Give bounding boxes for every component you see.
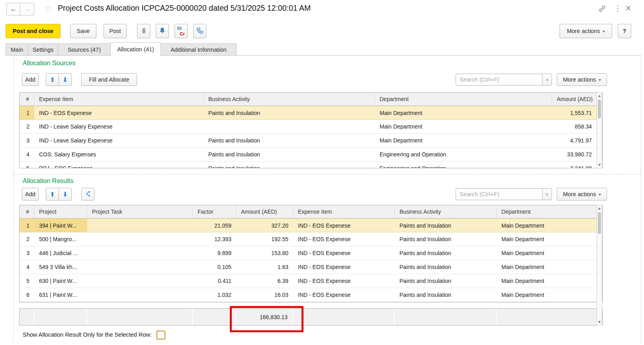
cell-project[interactable]: 631 | Paint W... [34, 288, 87, 302]
tab-settings[interactable]: Settings [28, 43, 58, 56]
cell-num[interactable]: 2 [20, 232, 34, 246]
table-row[interactable]: 2 500 | Mangro... 12.393 192.55 IND - EO… [20, 232, 602, 246]
back-button[interactable]: ← [6, 3, 21, 16]
tab-allocation[interactable]: Allocation (41) [110, 42, 161, 56]
cell-business-activity[interactable]: Paints and Insulation [395, 288, 497, 302]
cell-num[interactable]: 5 [20, 274, 34, 288]
cell-amount[interactable]: 16.03 [236, 288, 293, 302]
scrollbar-thumb[interactable] [598, 99, 601, 119]
column-header-amount[interactable]: Amount (AED) [236, 205, 293, 218]
cell-business-activity[interactable]: Paints and Insulation [395, 219, 497, 232]
cell-department[interactable]: Main Department [497, 232, 597, 246]
cell-department[interactable]: Main Department [375, 134, 552, 147]
cell-amount[interactable]: 1,553.71 [552, 106, 597, 119]
section-splitter[interactable] [13, 174, 641, 174]
results-add-button[interactable]: Add [22, 188, 39, 201]
more-menu-icon[interactable]: ⋮ [614, 4, 622, 13]
cell-project[interactable]: 630 | Paint W... [34, 274, 87, 288]
cell-num[interactable]: 6 [20, 288, 34, 302]
help-button[interactable]: ? [618, 24, 631, 38]
table-row[interactable]: 1 IND - EOS Expenese Paints and Insulati… [20, 106, 602, 120]
cell-department[interactable]: Main Department [497, 246, 597, 260]
cell-expense-item[interactable]: COS: Salary Expenses [34, 148, 204, 161]
cell-project-task[interactable] [87, 246, 193, 260]
cell-business-activity[interactable]: Paints and Insulation [204, 134, 375, 147]
table-row[interactable]: 3 446 | Judicial ... 9.899 153.80 IND - … [20, 246, 602, 260]
column-header-num[interactable]: # [20, 93, 34, 105]
scroll-down-icon[interactable]: ▼ [597, 162, 602, 168]
sources-move-up-button[interactable]: ⬆ [46, 73, 59, 86]
tab-main[interactable]: Main [6, 43, 28, 56]
cell-expense-item[interactable]: IND - EOS Expenese [293, 288, 395, 302]
cell-num[interactable]: 1 [20, 219, 34, 232]
save-button[interactable]: Save [70, 24, 96, 38]
allocate-button[interactable] [81, 188, 94, 201]
column-header-project[interactable]: Project [34, 205, 87, 218]
cell-department[interactable]: Main Department [497, 274, 597, 288]
cell-expense-item[interactable]: IND - EOS Expenese [293, 232, 395, 246]
column-header-business-activity[interactable]: Business Activity [395, 205, 497, 218]
cell-business-activity[interactable]: Paints and Insulation [395, 274, 497, 288]
scroll-down-icon[interactable]: ▼ [597, 320, 602, 325]
cell-expense-item[interactable]: PRJ - EOS Expenese [34, 162, 204, 168]
column-header-expense-item[interactable]: Expense Item [293, 205, 395, 218]
table-row[interactable]: 4 549 3 Villa kh... 0.105 1.63 IND - EOS… [20, 260, 602, 274]
cell-expense-item[interactable]: IND - Leave Salary Expenese [34, 120, 204, 133]
cell-department[interactable]: Main Department [497, 219, 597, 232]
table-row[interactable]: 1 394 | Paint W... 21.059 327.20 IND - E… [20, 218, 602, 232]
sources-move-down-button[interactable]: ⬇ [59, 73, 72, 86]
cell-factor[interactable]: 1.032 [193, 288, 236, 302]
cell-department[interactable]: Main Department [375, 120, 552, 133]
cell-department[interactable]: Main Department [497, 288, 597, 302]
cell-business-activity[interactable]: Paints and Insulation [204, 162, 375, 168]
scroll-up-icon[interactable]: ▲ [597, 93, 602, 98]
cell-department[interactable]: Engineering and Operation [375, 162, 552, 168]
scroll-up-icon[interactable]: ▲ [597, 206, 602, 211]
notifications-button[interactable] [156, 24, 169, 38]
cell-business-activity[interactable]: Paints and Insulation [204, 106, 375, 119]
forward-button[interactable]: → [20, 3, 34, 16]
cell-expense-item[interactable]: IND - Leave Salary Expenese [34, 134, 204, 147]
post-button[interactable]: Post [104, 24, 127, 38]
cell-amount[interactable]: 1.63 [236, 260, 293, 274]
cell-amount[interactable]: 858.34 [552, 120, 597, 133]
cell-factor[interactable]: 0.105 [193, 260, 236, 274]
sources-more-actions-button[interactable]: More actions ▾ [557, 73, 607, 86]
cell-project-task[interactable] [87, 288, 193, 302]
results-search-clear-button[interactable]: × [542, 188, 552, 200]
copy-link-icon[interactable] [597, 4, 607, 15]
fill-and-allocate-button[interactable]: Fill and Allocate [81, 73, 137, 86]
posting-structure-button[interactable] [193, 24, 206, 38]
cell-business-activity[interactable]: Paints and Insulation [395, 246, 497, 260]
cell-project-task[interactable] [87, 232, 193, 246]
column-header-project-task[interactable]: Project Task [87, 205, 193, 218]
results-move-down-button[interactable]: ⬇ [59, 188, 72, 201]
cell-project[interactable]: 446 | Judicial ... [34, 246, 87, 260]
column-header-amount[interactable]: Amount (AED) [552, 93, 597, 105]
cell-amount[interactable]: 33,980.72 [552, 148, 597, 161]
cell-amount[interactable]: 153.80 [236, 246, 293, 260]
table-row[interactable]: 5 PRJ - EOS Expenese Paints and Insulati… [20, 162, 602, 168]
cell-amount[interactable]: 327.20 [236, 219, 293, 232]
sources-search-clear-button[interactable]: × [542, 74, 552, 86]
scrollbar-thumb[interactable] [598, 212, 601, 234]
sources-add-button[interactable]: Add [22, 73, 39, 86]
column-header-expense-item[interactable]: Expense Item [34, 93, 204, 105]
cell-business-activity[interactable]: Paints and Insulation [204, 148, 375, 161]
cell-project[interactable]: 500 | Mangro... [34, 232, 87, 246]
toolbar-more-actions-button[interactable]: More actions ▾ [560, 24, 612, 38]
sources-search-input[interactable] [456, 74, 542, 86]
cell-business-activity[interactable]: Paints and Insulation [395, 232, 497, 246]
results-move-up-button[interactable]: ⬆ [46, 188, 59, 201]
table-row[interactable]: 3 IND - Leave Salary Expenese Paints and… [20, 134, 602, 148]
cell-expense-item[interactable]: IND - EOS Expenese [293, 260, 395, 274]
cell-business-activity[interactable] [204, 120, 375, 133]
cell-factor[interactable]: 12.393 [193, 232, 236, 246]
cell-department[interactable]: Main Department [375, 106, 552, 119]
table-row[interactable]: 5 630 | Paint W... 0.411 6.39 IND - EOS … [20, 274, 602, 288]
cell-business-activity[interactable]: Paints and Insulation [395, 260, 497, 274]
show-only-selected-checkbox[interactable] [157, 331, 165, 339]
cell-expense-item[interactable]: IND - EOS Expenese [293, 219, 395, 232]
cell-project[interactable]: 549 3 Villa kh... [34, 260, 87, 274]
cell-expense-item[interactable]: IND - EOS Expenese [293, 274, 395, 288]
